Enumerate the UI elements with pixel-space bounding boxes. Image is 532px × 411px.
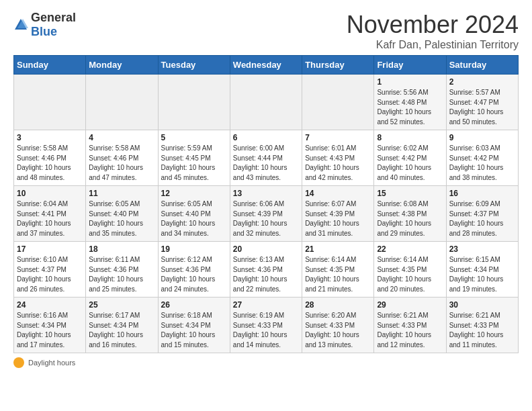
week-row-2: 3Sunrise: 5:58 AM Sunset: 4:46 PM Daylig… <box>14 130 519 186</box>
calendar-table: SundayMondayTuesdayWednesdayThursdayFrid… <box>13 55 519 353</box>
calendar-cell: 1Sunrise: 5:56 AM Sunset: 4:48 PM Daylig… <box>374 75 446 130</box>
calendar-cell: 15Sunrise: 6:08 AM Sunset: 4:38 PM Dayli… <box>374 186 446 242</box>
footer: Daylight hours <box>13 357 519 368</box>
header: General Blue November 2024 Kafr Dan, Pal… <box>13 11 519 51</box>
logo-icon <box>13 17 28 32</box>
col-header-monday: Monday <box>86 56 158 75</box>
calendar-cell: 28Sunrise: 6:20 AM Sunset: 4:33 PM Dayli… <box>302 298 374 353</box>
calendar-cell: 10Sunrise: 6:04 AM Sunset: 4:41 PM Dayli… <box>14 186 86 242</box>
day-number: 12 <box>161 189 227 198</box>
col-header-wednesday: Wednesday <box>230 56 302 75</box>
week-row-5: 24Sunrise: 6:16 AM Sunset: 4:34 PM Dayli… <box>14 298 519 353</box>
week-row-4: 17Sunrise: 6:10 AM Sunset: 4:37 PM Dayli… <box>14 242 519 298</box>
col-header-sunday: Sunday <box>14 56 86 75</box>
day-number: 19 <box>161 244 227 254</box>
header-row: SundayMondayTuesdayWednesdayThursdayFrid… <box>14 56 519 75</box>
day-info: Sunrise: 5:58 AM Sunset: 4:46 PM Dayligh… <box>89 144 154 183</box>
calendar-cell: 3Sunrise: 5:58 AM Sunset: 4:46 PM Daylig… <box>14 130 86 186</box>
calendar-cell: 4Sunrise: 5:58 AM Sunset: 4:46 PM Daylig… <box>86 130 158 186</box>
day-info: Sunrise: 6:07 AM Sunset: 4:39 PM Dayligh… <box>305 199 371 238</box>
day-info: Sunrise: 5:59 AM Sunset: 4:45 PM Dayligh… <box>161 144 227 183</box>
col-header-thursday: Thursday <box>302 56 374 75</box>
calendar-cell: 17Sunrise: 6:10 AM Sunset: 4:37 PM Dayli… <box>14 242 86 298</box>
calendar-cell <box>302 75 374 130</box>
day-number: 13 <box>233 189 299 198</box>
day-info: Sunrise: 6:05 AM Sunset: 4:40 PM Dayligh… <box>161 199 227 238</box>
day-number: 10 <box>17 189 83 198</box>
day-number: 4 <box>89 133 154 142</box>
day-number: 9 <box>449 133 515 142</box>
calendar-cell: 13Sunrise: 6:06 AM Sunset: 4:39 PM Dayli… <box>230 186 302 242</box>
subtitle: Kafr Dan, Palestinian Territory <box>347 39 519 51</box>
day-info: Sunrise: 6:09 AM Sunset: 4:37 PM Dayligh… <box>449 199 515 238</box>
day-number: 23 <box>449 244 515 254</box>
calendar-cell: 21Sunrise: 6:14 AM Sunset: 4:35 PM Dayli… <box>302 242 374 298</box>
calendar-cell: 29Sunrise: 6:21 AM Sunset: 4:33 PM Dayli… <box>374 298 446 353</box>
week-row-3: 10Sunrise: 6:04 AM Sunset: 4:41 PM Dayli… <box>14 186 519 242</box>
day-number: 8 <box>377 133 443 142</box>
page: General Blue November 2024 Kafr Dan, Pal… <box>0 0 532 375</box>
day-number: 5 <box>161 133 227 142</box>
day-info: Sunrise: 6:03 AM Sunset: 4:42 PM Dayligh… <box>449 144 515 183</box>
calendar-cell: 16Sunrise: 6:09 AM Sunset: 4:37 PM Dayli… <box>446 186 518 242</box>
calendar-cell: 7Sunrise: 6:01 AM Sunset: 4:43 PM Daylig… <box>302 130 374 186</box>
day-number: 7 <box>305 133 371 142</box>
day-number: 28 <box>305 300 371 310</box>
day-info: Sunrise: 6:05 AM Sunset: 4:40 PM Dayligh… <box>89 199 154 238</box>
day-info: Sunrise: 5:58 AM Sunset: 4:46 PM Dayligh… <box>17 144 83 183</box>
calendar-cell: 6Sunrise: 6:00 AM Sunset: 4:44 PM Daylig… <box>230 130 302 186</box>
logo-text: General Blue <box>31 11 76 39</box>
day-info: Sunrise: 6:01 AM Sunset: 4:43 PM Dayligh… <box>305 144 371 183</box>
day-number: 21 <box>305 244 371 254</box>
calendar-cell <box>86 75 158 130</box>
col-header-tuesday: Tuesday <box>158 56 230 75</box>
day-number: 29 <box>377 300 443 310</box>
day-number: 11 <box>89 189 154 198</box>
sun-icon <box>13 357 24 368</box>
calendar-cell: 9Sunrise: 6:03 AM Sunset: 4:42 PM Daylig… <box>446 130 518 186</box>
day-number: 15 <box>377 189 443 198</box>
calendar-cell: 22Sunrise: 6:14 AM Sunset: 4:35 PM Dayli… <box>374 242 446 298</box>
day-number: 17 <box>17 244 83 254</box>
day-info: Sunrise: 6:14 AM Sunset: 4:35 PM Dayligh… <box>377 255 443 294</box>
day-number: 18 <box>89 244 154 254</box>
day-info: Sunrise: 6:11 AM Sunset: 4:36 PM Dayligh… <box>89 255 154 294</box>
calendar-cell: 12Sunrise: 6:05 AM Sunset: 4:40 PM Dayli… <box>158 186 230 242</box>
day-number: 25 <box>89 300 154 310</box>
day-info: Sunrise: 6:02 AM Sunset: 4:42 PM Dayligh… <box>377 144 443 183</box>
logo: General Blue <box>13 11 76 39</box>
day-number: 3 <box>17 133 83 142</box>
day-info: Sunrise: 5:57 AM Sunset: 4:47 PM Dayligh… <box>449 88 515 127</box>
calendar-cell <box>158 75 230 130</box>
day-info: Sunrise: 6:19 AM Sunset: 4:33 PM Dayligh… <box>233 311 299 350</box>
day-number: 14 <box>305 189 371 198</box>
calendar-cell: 30Sunrise: 6:21 AM Sunset: 4:33 PM Dayli… <box>446 298 518 353</box>
day-info: Sunrise: 6:13 AM Sunset: 4:36 PM Dayligh… <box>233 255 299 294</box>
calendar-cell <box>14 75 86 130</box>
calendar-cell: 19Sunrise: 6:12 AM Sunset: 4:36 PM Dayli… <box>158 242 230 298</box>
day-info: Sunrise: 6:21 AM Sunset: 4:33 PM Dayligh… <box>377 311 443 350</box>
day-info: Sunrise: 6:16 AM Sunset: 4:34 PM Dayligh… <box>17 311 83 350</box>
calendar-cell: 2Sunrise: 5:57 AM Sunset: 4:47 PM Daylig… <box>446 75 518 130</box>
day-number: 6 <box>233 133 299 142</box>
calendar-cell: 8Sunrise: 6:02 AM Sunset: 4:42 PM Daylig… <box>374 130 446 186</box>
day-info: Sunrise: 6:04 AM Sunset: 4:41 PM Dayligh… <box>17 199 83 238</box>
day-info: Sunrise: 6:12 AM Sunset: 4:36 PM Dayligh… <box>161 255 227 294</box>
day-number: 30 <box>449 300 515 310</box>
calendar-cell <box>230 75 302 130</box>
day-info: Sunrise: 6:08 AM Sunset: 4:38 PM Dayligh… <box>377 199 443 238</box>
day-number: 24 <box>17 300 83 310</box>
col-header-friday: Friday <box>374 56 446 75</box>
calendar-cell: 26Sunrise: 6:18 AM Sunset: 4:34 PM Dayli… <box>158 298 230 353</box>
day-number: 20 <box>233 244 299 254</box>
week-row-1: 1Sunrise: 5:56 AM Sunset: 4:48 PM Daylig… <box>14 75 519 130</box>
calendar-cell: 5Sunrise: 5:59 AM Sunset: 4:45 PM Daylig… <box>158 130 230 186</box>
day-info: Sunrise: 6:06 AM Sunset: 4:39 PM Dayligh… <box>233 199 299 238</box>
calendar-cell: 24Sunrise: 6:16 AM Sunset: 4:34 PM Dayli… <box>14 298 86 353</box>
day-info: Sunrise: 6:14 AM Sunset: 4:35 PM Dayligh… <box>305 255 371 294</box>
day-number: 1 <box>377 77 443 87</box>
main-title: November 2024 <box>347 11 519 39</box>
calendar-cell: 25Sunrise: 6:17 AM Sunset: 4:34 PM Dayli… <box>86 298 158 353</box>
calendar-cell: 18Sunrise: 6:11 AM Sunset: 4:36 PM Dayli… <box>86 242 158 298</box>
day-info: Sunrise: 6:15 AM Sunset: 4:34 PM Dayligh… <box>449 255 515 294</box>
